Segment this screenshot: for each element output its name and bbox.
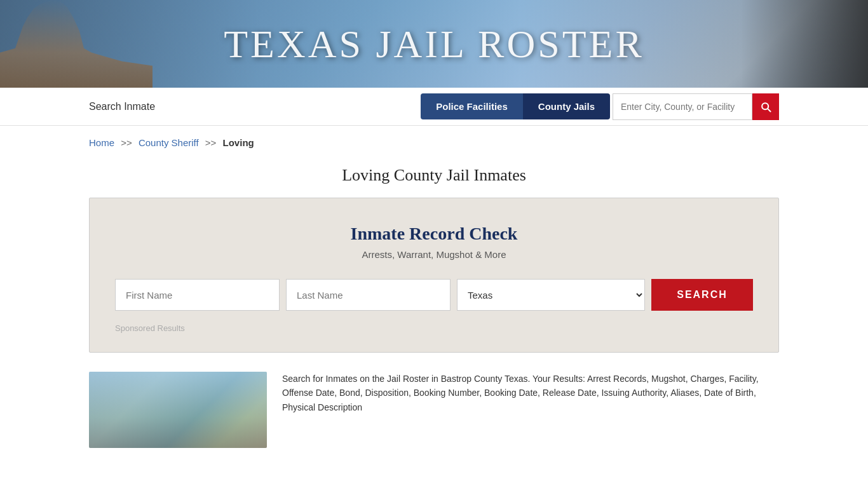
image-overlay [89,372,267,448]
page-title: Loving County Jail Inmates [0,166,868,185]
county-building-image [89,372,267,448]
police-facilities-button[interactable]: Police Facilities [421,93,523,119]
page-title-section: Loving County Jail Inmates [0,159,868,198]
inmate-search-button[interactable]: SEARCH [651,279,753,311]
state-select[interactable]: Texas Alabama Alaska Arizona Arkansas Ca… [457,279,645,311]
nav-bar: Search Inmate Police Facilities County J… [0,88,868,126]
search-icon [759,100,772,113]
facility-search-button[interactable] [752,93,779,120]
breadcrumb-county-sheriff[interactable]: County Sheriff [139,137,199,148]
facility-search-input[interactable] [613,93,752,120]
inmate-search-fields: Texas Alabama Alaska Arizona Arkansas Ca… [115,279,753,311]
breadcrumb-current: Loving [223,137,254,148]
bottom-section: Search for Inmates on the Jail Roster in… [0,365,868,454]
keys-silhouette [741,0,868,88]
nav-search-wrapper [613,93,779,120]
sponsored-results-label: Sponsored Results [115,323,753,333]
inmate-check-subtitle: Arrests, Warrant, Mugshot & More [115,249,753,260]
site-title: Texas Jail Roster [224,22,644,67]
breadcrumb-sep2: >> [205,137,217,148]
county-jails-button[interactable]: County Jails [523,93,610,119]
nav-facility-buttons: Police Facilities County Jails [421,93,610,119]
search-inmate-label: Search Inmate [89,101,155,112]
breadcrumb-home[interactable]: Home [89,137,114,148]
first-name-input[interactable] [115,279,280,311]
breadcrumb: Home >> County Sheriff >> Loving [0,126,868,159]
inmate-check-title: Inmate Record Check [115,224,753,244]
bottom-description: Search for Inmates on the Jail Roster in… [282,372,779,414]
inmate-search-box: Inmate Record Check Arrests, Warrant, Mu… [89,198,779,353]
header-banner: Texas Jail Roster [0,0,868,88]
breadcrumb-sep1: >> [121,137,132,148]
last-name-input[interactable] [286,279,451,311]
